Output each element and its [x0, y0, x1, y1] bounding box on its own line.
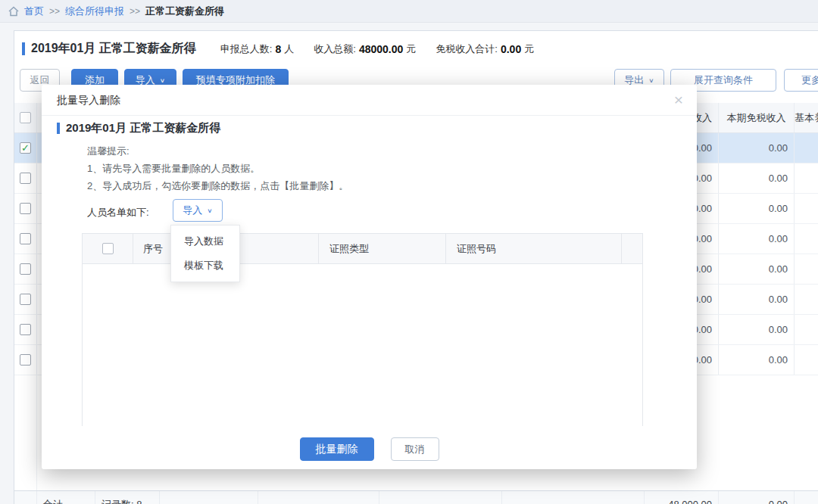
- breadcrumb: 首页 >> 综合所得申报 >> 正常工资薪金所得: [0, 0, 818, 23]
- import-dropdown-menu: 导入数据 模板下载: [170, 225, 240, 282]
- dialog-tips: 温馨提示: 1、请先导入需要批量删除的人员数据。 2、导入成功后，勾选你要删除的…: [87, 142, 348, 194]
- screen: 首页 >> 综合所得申报 >> 正常工资薪金所得 2019年01月 正常工资薪金…: [0, 0, 818, 504]
- row-checkbox[interactable]: [20, 263, 31, 275]
- breadcrumb-home[interactable]: 首页: [24, 5, 44, 18]
- chevron-down-icon: ∨: [160, 77, 165, 84]
- footer-total-label: 合计: [37, 491, 95, 504]
- breadcrumb-separator: >>: [130, 6, 140, 17]
- breadcrumb-separator: >>: [49, 6, 60, 17]
- tips-line-1: 1、请先导入需要批量删除的人员数据。: [87, 160, 348, 177]
- cell-taxfree: 0.00: [719, 224, 795, 254]
- stat-label: 收入总额:: [314, 42, 356, 56]
- dialog-actions: 批量删除 取消: [42, 437, 697, 461]
- delete-list-table-header: 序号 证照类型 证照号码: [83, 234, 642, 264]
- delete-list-table-body: [83, 264, 642, 426]
- cell-taxfree: 0.00: [719, 254, 795, 284]
- row-checkbox[interactable]: [20, 354, 31, 366]
- page-title-text: 2019年01月 正常工资薪金所得: [31, 41, 196, 57]
- menu-item-template-download[interactable]: 模板下载: [171, 254, 239, 278]
- stat-label: 免税收入合计:: [436, 42, 498, 56]
- cell-taxfree: 0.00: [719, 285, 795, 314]
- cell-taxfree: 0.00: [719, 133, 795, 163]
- col-header-id-number: 证照号码: [446, 234, 622, 263]
- list-label: 人员名单如下:: [87, 201, 149, 224]
- batch-import-delete-dialog: 批量导入删除 × 2019年01月 正常工资薪金所得 温馨提示: 1、请先导入需…: [42, 85, 697, 469]
- stat-income: 收入总额: 48000.00 元: [314, 42, 416, 56]
- cancel-button[interactable]: 取消: [391, 437, 439, 461]
- dialog-section-title-text: 2019年01月 正常工资薪金所得: [66, 121, 220, 135]
- stat-taxfree: 免税收入合计: 0.00 元: [436, 42, 534, 56]
- col-header-basic: 基本养老保险费: [795, 103, 818, 132]
- col-header-taxfree: 本期免税收入: [719, 103, 795, 132]
- tips-line-2: 2、导入成功后，勾选你要删除的数据，点击【批量删除】。: [87, 177, 348, 194]
- cell-taxfree: 0.00: [719, 315, 795, 344]
- delete-list-table: 序号 证照类型 证照号码: [82, 233, 643, 426]
- chevron-down-icon: ∨: [648, 77, 654, 84]
- row-checkbox[interactable]: [20, 142, 31, 154]
- tips-heading: 温馨提示:: [87, 142, 348, 160]
- col-header-id-type: 证照类型: [319, 234, 446, 263]
- stat-value: 0.00: [501, 43, 521, 55]
- menu-item-import-data[interactable]: 导入数据: [171, 229, 239, 254]
- row-checkbox[interactable]: [20, 324, 31, 335]
- row-checkbox[interactable]: [20, 294, 31, 305]
- row-checkbox[interactable]: [20, 203, 31, 214]
- close-icon[interactable]: ×: [674, 92, 683, 107]
- select-all-checkbox[interactable]: [102, 243, 114, 254]
- col-header-actions: [622, 234, 644, 263]
- breadcrumb-level1[interactable]: 综合所得申报: [65, 5, 124, 18]
- batch-delete-button[interactable]: 批量删除: [300, 437, 374, 461]
- row-checkbox[interactable]: [20, 173, 31, 184]
- footer-taxfree-total: 0.00: [719, 491, 795, 504]
- title-accent-bar: [57, 123, 60, 134]
- page-header: 2019年01月 正常工资薪金所得 申报总人数: 8 人 收入总额: 48000…: [22, 41, 554, 57]
- chevron-down-icon: ∨: [207, 207, 212, 214]
- footer-income-total: 48,000.00: [645, 491, 719, 504]
- cell-taxfree: 0.00: [719, 345, 795, 375]
- stat-people: 申报总人数: 8 人: [220, 42, 294, 56]
- stat-unit: 人: [284, 42, 294, 56]
- cell-taxfree: 0.00: [719, 163, 795, 193]
- table-footer-row: 合计 记录数: 8 48,000.00 0.00: [14, 490, 818, 504]
- cell-taxfree: 0.00: [719, 194, 795, 223]
- row-checkbox[interactable]: [20, 233, 31, 244]
- breadcrumb-current: 正常工资薪金所得: [145, 5, 224, 18]
- stat-unit: 元: [406, 42, 416, 56]
- stat-value: 8: [275, 43, 281, 55]
- stat-value: 48000.00: [359, 43, 403, 55]
- modal-import-dropdown-button[interactable]: 导入 ∨: [173, 199, 223, 222]
- stat-unit: 元: [524, 42, 534, 56]
- more-button[interactable]: 更多: [784, 69, 818, 92]
- select-all-checkbox[interactable]: [20, 112, 31, 123]
- home-icon[interactable]: [8, 5, 20, 17]
- dialog-title: 批量导入删除: [42, 85, 697, 116]
- dialog-section-title: 2019年01月 正常工资薪金所得: [57, 121, 220, 135]
- page-title: 2019年01月 正常工资薪金所得: [22, 41, 196, 57]
- stat-label: 申报总人数:: [220, 42, 273, 56]
- footer-record-count: 记录数: 8: [95, 491, 160, 504]
- col-header-seq: 序号: [133, 234, 173, 263]
- header-stats: 申报总人数: 8 人 收入总额: 48000.00 元 免税收入合计: 0.00…: [220, 42, 554, 56]
- title-accent-bar: [22, 42, 25, 55]
